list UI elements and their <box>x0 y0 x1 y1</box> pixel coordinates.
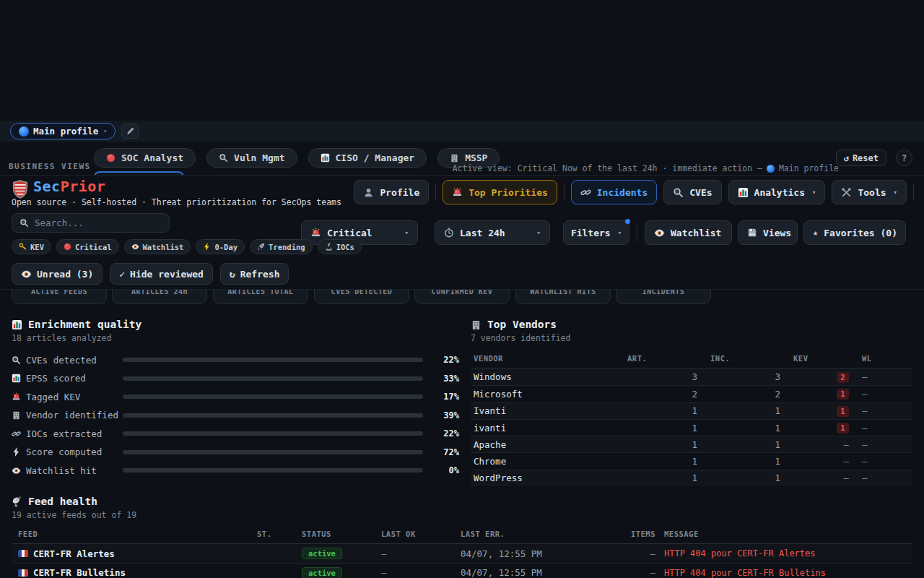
profile-name: Main profile <box>33 126 98 137</box>
vendor-watchlist: — <box>855 439 912 450</box>
refresh-button[interactable]: ↻ Refresh <box>220 263 289 285</box>
circle-red-icon <box>64 243 71 251</box>
vendor-row-chrome[interactable]: Chrome 1 1 — — <box>471 452 912 469</box>
progress-track <box>123 450 423 454</box>
vendors-table-body: Windows 3 3 2 — Microsoft 2 2 1 — Ivanti… <box>471 368 912 486</box>
reset-icon: ↺ <box>844 153 849 163</box>
vendor-kev: 1 <box>786 422 855 434</box>
nav-profile-button[interactable]: Profile <box>354 180 429 204</box>
bar-label-text: Watchlist hit <box>26 465 97 476</box>
vendor-watchlist: — <box>855 405 912 416</box>
filters-button[interactable]: Filters ▾ <box>563 220 629 245</box>
chip-trending[interactable]: Trending <box>250 239 313 254</box>
chip-0-day[interactable]: 0-Day <box>196 239 245 254</box>
feed-name-cell: CERT-FR Bulletins <box>12 567 257 578</box>
edit-profile-button[interactable] <box>121 124 139 139</box>
watchlist-button[interactable]: Watchlist <box>645 220 732 245</box>
vendor-row-windows[interactable]: Windows 3 3 2 — <box>471 368 912 385</box>
vendor-row-ivanti[interactable]: ivanti 1 1 1 — <box>471 419 912 436</box>
nav-top-priorities-button[interactable]: Top Priorities <box>443 180 557 204</box>
feeds-table-body: CERT-FR Alertes active — 04/07, 12:55 PM… <box>12 544 912 578</box>
hide-reviewed-label: Hide reviewed <box>130 269 204 280</box>
progress-track <box>123 431 423 436</box>
feed-items: — <box>603 567 655 578</box>
bar-label: Vendor identified <box>12 410 123 420</box>
check-icon: ✓ <box>119 269 125 280</box>
nav-analytics-button[interactable]: Analytics ▾ <box>728 180 826 204</box>
feed-row-cert-fr-bulletins[interactable]: CERT-FR Bulletins active — 04/07, 12:55 … <box>12 563 912 578</box>
floppy-icon <box>747 228 757 238</box>
enrichment-bar-row: Watchlist hit 0% <box>12 465 459 476</box>
feed-error-message: HTTP 404 pour CERT-FR Bulletins <box>655 568 912 578</box>
magnifier-icon <box>12 355 21 365</box>
kev-badge: 1 <box>837 423 849 434</box>
feed-last-ok: — <box>381 548 461 559</box>
vendor-row-microsoft[interactable]: Microsoft 2 2 1 — <box>471 385 912 402</box>
eye-icon <box>12 466 21 475</box>
business-views-tabs: SOC Analyst Vuln Mgmt CISO / Manager MSS… <box>94 148 500 168</box>
chip-iocs[interactable]: IOCs <box>318 239 362 254</box>
vendor-articles: 3 <box>620 371 703 382</box>
tab-label: CISO / Manager <box>336 152 415 163</box>
progress-track <box>123 468 423 473</box>
search-box[interactable] <box>12 213 170 233</box>
divider <box>564 184 565 201</box>
business-view-tab-ciso-manager[interactable]: CISO / Manager <box>308 148 427 168</box>
bar-percent: 33% <box>432 374 459 384</box>
enrichment-bar-row: Tagged KEV 17% <box>12 391 459 402</box>
chip-kev[interactable]: KEV <box>12 239 51 254</box>
bar-label-text: CVEs detected <box>26 355 97 366</box>
vendor-kev: — <box>786 456 855 467</box>
business-view-tab-soc-analyst[interactable]: SOC Analyst <box>94 148 196 168</box>
feed-state-cell <box>257 567 302 578</box>
chip-watchlist[interactable]: Watchlist <box>124 239 191 254</box>
filters-notification-dot <box>625 219 630 224</box>
vendor-row-ivanti[interactable]: Ivanti 1 1 1 — <box>471 402 912 419</box>
vendor-row-wordpress[interactable]: WordPress 1 1 — — <box>471 470 912 486</box>
vendor-watchlist: — <box>855 371 912 382</box>
brand-primary: Sec <box>33 178 61 195</box>
vendor-articles: 1 <box>620 405 703 416</box>
col-wl: WL <box>855 354 912 363</box>
top-vendors-section: Top Vendors 7 vendors identified VENDOR … <box>471 319 912 486</box>
chevron-down-icon: ▾ <box>405 229 409 236</box>
views-button[interactable]: Views <box>738 220 798 245</box>
search-input[interactable] <box>35 217 162 228</box>
feed-row-cert-fr-alertes[interactable]: CERT-FR Alertes active — 04/07, 12:55 PM… <box>12 544 912 563</box>
chip-label: IOCs <box>336 243 354 251</box>
feed-name-cell: CERT-FR Alertes <box>12 548 257 559</box>
hide-reviewed-button[interactable]: ✓ Hide reviewed <box>110 263 213 285</box>
help-button[interactable]: ? <box>896 150 912 166</box>
active-view-info: Active view: Critical Now of the last 24… <box>453 163 839 173</box>
shield-logo-icon <box>12 180 28 199</box>
enrichment-bar-row: Vendor identified 39% <box>12 410 459 421</box>
quick-filter-chips: KEV Critical Watchlist 0-Day Trending IO… <box>12 239 362 254</box>
favorites-button[interactable]: ★ Favorites (0) <box>803 220 906 245</box>
nav-cves-button[interactable]: CVEs <box>663 180 721 204</box>
sticky-header: Main profile ▾ BUSINESS VIEWS SOC Analys… <box>0 121 924 289</box>
vendors-title-row: Top Vendors <box>471 319 912 330</box>
main-profile-tab[interactable]: Main profile ▾ <box>10 123 116 139</box>
list-toolbar: Unread (3) ✓ Hide reviewed ↻ Refresh <box>12 263 289 285</box>
business-view-tab-vuln-mgmt[interactable]: Vuln Mgmt <box>206 148 297 168</box>
enrichment-subtitle: 18 articles analyzed <box>12 333 459 343</box>
nav-incidents-button[interactable]: Incidents <box>571 180 657 204</box>
bar-percent: 0% <box>432 465 459 475</box>
tools-icon <box>841 187 852 198</box>
chart-icon <box>321 153 330 163</box>
vendor-row-apache[interactable]: Apache 1 1 — — <box>471 436 912 452</box>
france-flag-icon <box>18 550 28 557</box>
bar-label: Score computed <box>12 447 123 457</box>
reset-button[interactable]: ↺ Reset <box>836 150 886 166</box>
time-range-select[interactable]: Last 24h ▾ <box>435 220 550 245</box>
building-icon <box>450 153 459 163</box>
feed-error-message: HTTP 404 pour CERT-FR Alertes <box>655 548 912 558</box>
nav-tools-button[interactable]: Tools ▾ <box>832 180 907 204</box>
unread-button[interactable]: Unread (3) <box>12 263 103 285</box>
status-badge: active <box>302 548 342 559</box>
chevron-down-icon: ▾ <box>618 229 622 236</box>
views-label: Views <box>763 228 791 238</box>
chip-critical[interactable]: Critical <box>56 239 119 254</box>
vendors-table: VENDOR ART. INC. KEV WL Windows 3 3 2 — … <box>471 352 912 486</box>
star-icon: ★ <box>813 228 818 238</box>
